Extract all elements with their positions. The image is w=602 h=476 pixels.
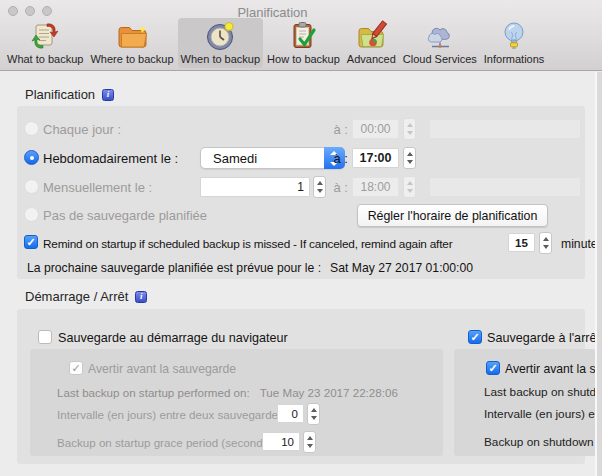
shutdown-options-panel: Avertir avant la sauvegarde Last backup … (454, 349, 596, 456)
warn-before-shutdown-backup-checkbox[interactable] (486, 361, 500, 375)
daily-time-stepper (403, 118, 416, 140)
no-schedule-label: Pas de sauvegarde planifiée (43, 208, 207, 223)
backup-on-startup-checkbox[interactable] (38, 330, 52, 344)
backup-on-shutdown-text: Sauvegarde à l'arrêt du navigateur (487, 331, 596, 345)
clipboard-check-icon (287, 20, 319, 52)
remind-checkbox[interactable] (24, 235, 38, 249)
startup-grace-field[interactable]: 10 (262, 432, 300, 451)
folder-edit-icon (355, 20, 387, 52)
toolbar-item-when-to-backup[interactable]: When to backup (178, 18, 264, 68)
planification-window: Planification What to backup (0, 0, 602, 476)
weekday-selected-value: Samedi (213, 151, 257, 166)
last-startup-backup-label: Last backup on startup performed on: (57, 386, 250, 399)
startup-grace-stepper[interactable] (303, 431, 316, 453)
monthly-label: Mensuellement le : (43, 180, 152, 195)
planification-section-header: Planification (25, 87, 114, 102)
document-sync-icon (29, 20, 61, 52)
toolbar-item-label: What to backup (7, 53, 83, 65)
folder-icon (116, 20, 148, 52)
daily-at-label: à : (330, 122, 348, 137)
monthly-at-label: à : (330, 180, 348, 195)
toolbar-item-cloud-services[interactable]: Cloud Services (400, 18, 480, 68)
weekday-select[interactable]: Samedi (200, 147, 345, 169)
remind-minutes-field[interactable]: 15 (508, 233, 535, 252)
toolbar-item-informations[interactable]: Informations (481, 18, 548, 68)
cloud-network-icon (424, 20, 456, 52)
titlebar: Planification What to backup (0, 0, 602, 71)
info-icon[interactable] (102, 89, 114, 101)
remind-label: Remind on startup if scheduled backup is… (43, 237, 452, 251)
monthly-day-stepper[interactable] (313, 176, 326, 198)
toolbar-item-label: When to backup (181, 53, 261, 65)
info-icon[interactable] (135, 291, 147, 303)
toolbar-item-advanced[interactable]: Advanced (344, 18, 399, 68)
backup-on-startup-label: Sauvegarde au démarrage du navigateur (58, 331, 288, 345)
no-schedule-radio[interactable] (24, 207, 39, 222)
toolbar-item-where-to-backup[interactable]: Where to backup (87, 18, 176, 68)
section-title: Planification (25, 87, 95, 102)
startup-interval-label: Intervalle (en jours) entre deux sauvega… (57, 408, 290, 421)
outside-window-strip (597, 72, 602, 476)
toolbar: What to backup Where to backup (4, 18, 547, 68)
backup-on-shutdown-label: Sauvegarde à l'arrêt du navigateur (487, 331, 596, 345)
daily-radio[interactable] (24, 121, 39, 136)
toolbar-item-label: Where to backup (90, 53, 173, 65)
next-backup-value: Sat May 27 2017 01:00:00 (330, 261, 473, 275)
monthly-extra-field (429, 177, 581, 197)
startup-grace-label: Backup on startup grace period (seconds) (57, 436, 272, 449)
startup-options-panel: Avertir avant la sauvegarde Last backup … (30, 349, 443, 456)
weekly-at-label: à : (330, 151, 348, 166)
daily-label: Chaque jour : (43, 122, 121, 137)
toolbar-item-label: Advanced (347, 53, 396, 65)
monthly-radio[interactable] (24, 179, 39, 194)
warn-before-backup-label: Avertir avant la sauvegarde (88, 362, 236, 376)
toolbar-item-label: Cloud Services (403, 53, 477, 65)
warn-before-shutdown-backup-label: Avertir avant la sauvegarde (505, 362, 596, 376)
section-title: Démarrage / Arrêt (25, 289, 128, 304)
toolbar-item-how-to-backup[interactable]: How to backup (264, 18, 343, 68)
daily-extra-field (429, 119, 581, 139)
toolbar-item-label: Informations (484, 53, 545, 65)
toolbar-item-label: How to backup (267, 53, 340, 65)
shutdown-interval-label: Intervalle (en jours) entre deux sauvega… (484, 407, 596, 421)
lightbulb-icon (498, 20, 530, 52)
weekly-time-field[interactable]: 17:00 (352, 148, 399, 168)
toolbar-item-what-to-backup[interactable]: What to backup (4, 18, 86, 68)
startup-interval-field[interactable]: 0 (277, 404, 304, 423)
startup-shutdown-section-header: Démarrage / Arrêt (25, 289, 147, 304)
monthly-time-field: 18:00 (352, 177, 399, 197)
last-startup-backup-line: Last backup on startup performed on: Tue… (57, 386, 398, 399)
next-backup-line: La prochaine sauvegarde planifiée est pr… (27, 261, 473, 275)
weekly-time-stepper[interactable] (403, 147, 416, 169)
remind-minutes-stepper[interactable] (539, 232, 552, 254)
weekly-radio[interactable] (24, 150, 39, 165)
warn-before-backup-checkbox (69, 361, 83, 375)
monthly-time-stepper (403, 176, 416, 198)
monthly-day-field[interactable]: 1 (200, 177, 310, 197)
last-startup-backup-value: Tue May 23 2017 22:28:06 (260, 386, 398, 399)
startup-interval-stepper[interactable] (307, 403, 320, 425)
clock-icon (204, 20, 236, 52)
backup-on-shutdown-checkbox[interactable] (468, 330, 482, 344)
daily-time-field: 00:00 (352, 119, 399, 139)
set-schedule-button[interactable]: Régler l'horaire de planification (357, 204, 548, 227)
weekly-label: Hebdomadairement le : (43, 151, 178, 166)
shutdown-grace-label: Backup on shutdown grace period (seconds… (484, 435, 596, 449)
last-shutdown-backup-label: Last backup on shutdown performed on: (484, 385, 596, 399)
next-backup-label: La prochaine sauvegarde planifiée est pr… (27, 261, 321, 275)
